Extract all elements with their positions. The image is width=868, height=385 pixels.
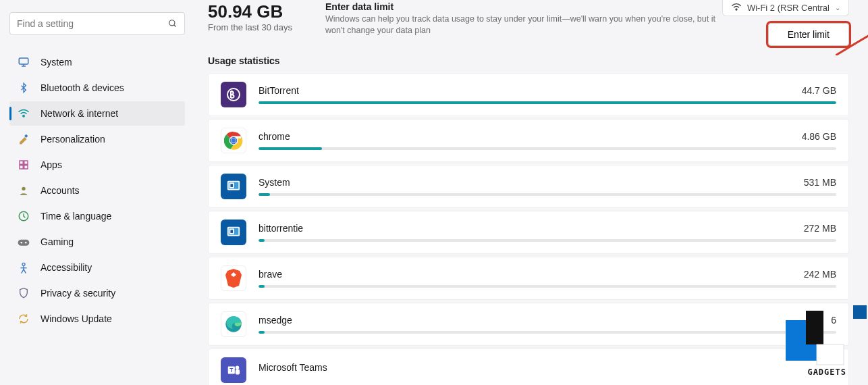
sidebar-item-label: Time & language xyxy=(40,211,111,222)
sidebar-icon xyxy=(18,236,30,248)
sidebar-item-windows-update[interactable]: Windows Update xyxy=(9,307,185,331)
watermark: GADGETS xyxy=(765,307,846,381)
app-usage-row[interactable]: BitTorrent44.7 GB xyxy=(208,73,849,116)
sidebar-item-label: System xyxy=(40,57,72,68)
app-usage-row[interactable]: System531 MB xyxy=(208,165,849,208)
svg-rect-36 xyxy=(806,311,823,344)
sidebar-icon xyxy=(18,184,30,197)
sidebar-item-label: Accounts xyxy=(40,185,80,196)
svg-rect-37 xyxy=(817,344,844,365)
search-input[interactable] xyxy=(17,18,168,29)
sidebar-item-system[interactable]: System xyxy=(9,50,185,74)
top-right-controls: Wi-Fi 2 (RSR Central ⌄ Enter limit xyxy=(722,0,849,46)
search-box[interactable] xyxy=(9,12,185,35)
sidebar-item-time-language[interactable]: Time & language xyxy=(9,204,185,228)
sidebar-item-personalization[interactable]: Personalization xyxy=(9,127,185,151)
sidebar-icon xyxy=(18,56,30,68)
edge-icon xyxy=(221,311,246,337)
usage-bar xyxy=(259,331,836,334)
app-usage-row[interactable]: msedge6 xyxy=(208,303,849,346)
sidebar-item-label: Gaming xyxy=(40,236,74,247)
app-name: Microsoft Teams xyxy=(259,362,327,373)
app-name: chrome xyxy=(259,131,290,142)
sidebar-item-privacy-security[interactable]: Privacy & security xyxy=(9,281,185,305)
teams-icon: T xyxy=(221,357,246,383)
app-name: System xyxy=(259,177,290,188)
sidebar-icon xyxy=(18,313,30,325)
usage-bar xyxy=(259,101,836,104)
search-icon xyxy=(168,19,178,28)
app-size: 4.86 GB xyxy=(802,131,836,142)
svg-rect-27 xyxy=(230,183,234,187)
wifi-dropdown[interactable]: Wi-Fi 2 (RSR Central ⌄ xyxy=(722,0,849,16)
sidebar-icon xyxy=(18,159,30,171)
wifi-label: Wi-Fi 2 (RSR Central xyxy=(747,3,830,13)
system-icon xyxy=(221,174,246,199)
app-usage-row[interactable]: bittorrentie272 MB xyxy=(208,211,849,254)
usage-bar xyxy=(259,147,836,150)
svg-rect-34 xyxy=(236,369,240,374)
data-limit-description: Windows can help you track data usage to… xyxy=(325,14,717,36)
sidebar-icon xyxy=(18,287,30,299)
usage-stats-title: Usage statistics xyxy=(208,55,868,66)
sidebar-item-label: Privacy & security xyxy=(40,288,115,299)
svg-point-15 xyxy=(21,242,23,244)
usage-total: 50.94 GB From the last 30 days xyxy=(208,1,309,32)
sidebar-icon xyxy=(18,261,30,274)
sidebar-item-network-internet[interactable]: Network & internet xyxy=(9,101,185,126)
sidebar-item-bluetooth-devices[interactable]: Bluetooth & devices xyxy=(9,76,185,100)
sidebar-item-label: Personalization xyxy=(40,134,105,145)
app-usage-row[interactable]: chrome4.86 GB xyxy=(208,119,849,162)
svg-rect-12 xyxy=(24,165,28,169)
svg-point-33 xyxy=(236,365,240,369)
app-name: BitTorrent xyxy=(259,85,299,96)
app-usage-row[interactable]: TMicrosoft Teams xyxy=(208,349,849,385)
svg-point-17 xyxy=(22,263,25,265)
system-icon xyxy=(221,220,246,245)
app-size: 272 MB xyxy=(804,223,836,234)
svg-point-25 xyxy=(232,138,236,143)
sidebar-item-label: Network & internet xyxy=(40,108,118,119)
sidebar-item-accessibility[interactable]: Accessibility xyxy=(9,255,185,280)
svg-rect-9 xyxy=(20,161,23,164)
svg-point-7 xyxy=(23,116,24,117)
sidebar-icon xyxy=(18,133,30,145)
svg-rect-8 xyxy=(24,134,28,138)
usage-bar xyxy=(259,239,836,242)
chrome-icon xyxy=(221,128,246,153)
svg-line-1 xyxy=(174,25,176,27)
bittorrent-icon xyxy=(221,82,246,107)
usage-total-value: 50.94 GB xyxy=(208,1,309,22)
sidebar-item-label: Bluetooth & devices xyxy=(40,82,124,93)
sidebar-icon xyxy=(18,107,30,120)
sidebar-item-label: Accessibility xyxy=(40,262,92,273)
decorative-tab xyxy=(853,305,867,319)
sidebar-nav: SystemBluetooth & devicesNetwork & inter… xyxy=(9,50,185,331)
sidebar-item-label: Apps xyxy=(40,159,62,170)
enter-limit-button[interactable]: Enter limit xyxy=(768,23,849,46)
svg-point-16 xyxy=(25,242,27,244)
svg-rect-29 xyxy=(230,229,234,233)
app-name: msedge xyxy=(259,315,292,326)
sidebar-icon xyxy=(18,210,30,222)
usage-period: From the last 30 days xyxy=(208,22,309,32)
sidebar-item-label: Windows Update xyxy=(40,313,112,324)
sidebar: SystemBluetooth & devicesNetwork & inter… xyxy=(0,0,194,385)
app-size: 44.7 GB xyxy=(802,85,836,96)
sidebar-item-apps[interactable]: Apps xyxy=(9,153,185,177)
brave-icon xyxy=(221,265,246,291)
sidebar-item-gaming[interactable]: Gaming xyxy=(9,230,185,254)
svg-point-18 xyxy=(736,9,737,10)
svg-point-13 xyxy=(22,187,25,190)
svg-rect-2 xyxy=(19,58,28,64)
usage-bar xyxy=(259,193,836,196)
chevron-down-icon: ⌄ xyxy=(835,4,840,11)
svg-text:T: T xyxy=(229,367,233,374)
app-name: brave xyxy=(259,269,282,280)
sidebar-item-accounts[interactable]: Accounts xyxy=(9,178,185,203)
app-usage-row[interactable]: brave242 MB xyxy=(208,257,849,300)
wifi-icon xyxy=(731,3,742,13)
app-size: 531 MB xyxy=(804,177,836,188)
app-size: 242 MB xyxy=(804,269,836,280)
svg-rect-10 xyxy=(24,161,28,164)
